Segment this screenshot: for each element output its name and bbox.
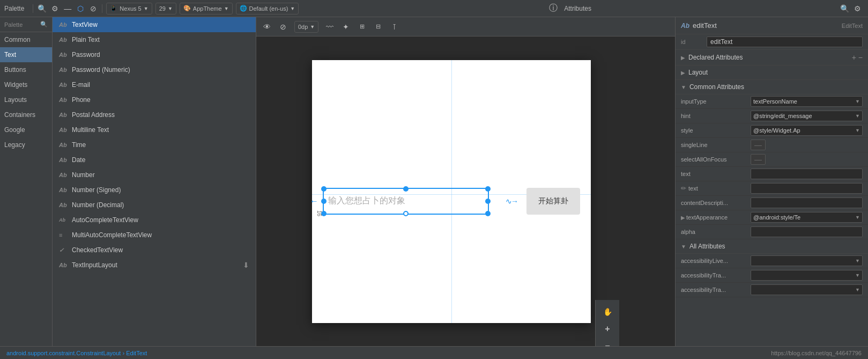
main-area: Palette 🔍 Common Text Buttons Widgets La… [0, 17, 868, 346]
handle-top-left[interactable] [321, 186, 327, 192]
pencil-icon: ✏ [681, 185, 686, 192]
inputtype-dropdown[interactable]: textPersonName ▼ [751, 96, 863, 107]
style-dropdown[interactable]: @style/Widget.Ap ▼ [751, 125, 863, 136]
list-item-postal[interactable]: Ab Postal Address [53, 107, 256, 122]
triangle-right-icon: ▶ [681, 55, 685, 61]
sidebar-item-containers[interactable]: Containers [0, 107, 52, 122]
list-item-textview[interactable]: Ab TextView [53, 17, 256, 32]
handle-right-center[interactable] [485, 199, 491, 204]
ab-icon: Ab [59, 157, 69, 163]
attr-settings-icon[interactable]: ⚙ [851, 2, 864, 15]
text-input-1[interactable] [751, 168, 863, 179]
list-item-multiauto[interactable]: ≡ MultiAutoCompleteTextView [53, 228, 256, 243]
constraint-left-arrow: ← [310, 196, 318, 206]
declared-attributes-section[interactable]: ▶ Declared Attributes + − [676, 50, 868, 65]
id-label: id [681, 39, 702, 45]
list-item-number-signed[interactable]: Ab Number (Signed) [53, 182, 256, 197]
zoom-out-icon[interactable]: − [600, 339, 615, 346]
attr-value-singleline: — [751, 140, 863, 150]
list-item-password[interactable]: Ab Password [53, 47, 256, 62]
list-item-label: Multiline Text [72, 126, 109, 134]
hint-dropdown[interactable]: @string/edit_message ▼ [751, 111, 863, 121]
attr-name-text-1: text [681, 171, 751, 177]
attr-name-style: style [681, 127, 751, 134]
list-item-autocomplete[interactable]: Ab AutoCompleteTextView [53, 213, 256, 228]
api-dropdown[interactable]: 29 ▼ [155, 3, 176, 14]
accesstra2-dropdown[interactable]: ▼ [751, 284, 863, 295]
align-icon[interactable]: ⊟ [372, 20, 384, 33]
attr-row-style: style @style/Widget.Ap ▼ [676, 123, 868, 138]
list-item-phone[interactable]: Ab Phone [53, 92, 256, 107]
sidebar-item-buttons[interactable]: Buttons [0, 62, 52, 77]
attr-name-accesstra2: accessibilityTra... [681, 287, 751, 293]
handle-top-center[interactable] [403, 186, 409, 192]
attr-search-icon[interactable]: 🔍 [838, 2, 851, 15]
selectallfocus-dash[interactable]: — [751, 154, 766, 165]
sidebar-item-text[interactable]: Text [0, 47, 52, 62]
sidebar-item-google[interactable]: Google [0, 122, 52, 137]
breadcrumb-current[interactable]: EditText [126, 350, 147, 356]
pack-icon[interactable]: ⊞ [355, 20, 368, 33]
sidebar-item-legacy[interactable]: Legacy [0, 137, 52, 152]
attr-row-accesstra2: accessibilityTra... ▼ [676, 283, 868, 297]
handle-bottom-right[interactable] [485, 211, 491, 216]
contentdesc-input[interactable] [751, 197, 863, 208]
list-item-date[interactable]: Ab Date [53, 152, 256, 167]
theme-dropdown[interactable]: 🎨 AppTheme ▼ [180, 3, 233, 14]
locale-dropdown[interactable]: 🌐 Default (en-us) ▼ [236, 3, 299, 14]
dp-dropdown[interactable]: 0dp ▼ [294, 21, 318, 33]
accesstra1-dropdown[interactable]: ▼ [751, 270, 863, 281]
add-attribute-icon[interactable]: + [852, 53, 856, 62]
common-attributes-section[interactable]: ▼ Common Attributes [676, 80, 868, 94]
guidelines-icon[interactable]: ⊺ [388, 20, 400, 33]
list-item-plain-text[interactable]: Ab Plain Text [53, 32, 256, 47]
all-attributes-section[interactable]: ▼ All Attributes [676, 239, 868, 254]
alpha-input[interactable] [751, 226, 863, 237]
magic-icon[interactable]: ✦ [339, 20, 352, 33]
sidebar-item-widgets[interactable]: Widgets [0, 77, 52, 92]
sidebar-item-layouts[interactable]: Layouts [0, 92, 52, 107]
layout-section[interactable]: ▶ Layout [676, 65, 868, 80]
sidebar-item-common[interactable]: Common [0, 32, 52, 47]
component-list: Ab TextView Ab Plain Text Ab Password Ab… [53, 17, 256, 346]
remove-attribute-icon[interactable]: − [858, 53, 863, 62]
attr-value-text-2 [751, 183, 863, 194]
textappearance-dropdown[interactable]: @android:style/Te ▼ [751, 212, 863, 223]
handle-bottom-center[interactable] [403, 211, 409, 216]
accesslive-dropdown[interactable]: ▼ [751, 255, 863, 266]
list-item-number[interactable]: Ab Number [53, 167, 256, 182]
path-icon[interactable]: 〰 [323, 20, 336, 33]
list-item-email[interactable]: Ab E-mail [53, 77, 256, 92]
attr-name-textappearance: ▶textAppearance [681, 214, 751, 221]
common-attributes-title: Common Attributes [689, 83, 744, 91]
minimize-icon[interactable]: — [61, 2, 74, 15]
singleline-dash[interactable]: — [751, 140, 766, 150]
eye-icon[interactable]: 👁 [261, 20, 273, 33]
text-input-2[interactable] [751, 183, 863, 194]
ab-icon: Ab [59, 172, 69, 178]
list-item-multiline[interactable]: Ab Multiline Text [53, 122, 256, 137]
design-mode-icon[interactable]: ⬡ [74, 2, 87, 15]
list-item-number-decimal[interactable]: Ab Number (Decimal) [53, 197, 256, 213]
settings-icon[interactable]: ⚙ [48, 2, 61, 15]
toolbar-separator-2 [102, 4, 102, 13]
chevron-down-icon: ▼ [855, 273, 860, 278]
blueprint-icon[interactable]: ⊘ [87, 2, 100, 15]
search-icon[interactable]: 🔍 [35, 2, 48, 15]
pan-tool-icon[interactable]: ✋ [600, 304, 615, 319]
handle-top-right[interactable] [485, 186, 491, 192]
id-value-input[interactable] [707, 36, 863, 47]
handle-left-center[interactable] [321, 199, 327, 204]
list-item-checked[interactable]: ✓ CheckedTextView [53, 243, 256, 258]
no-constraints-icon[interactable]: ⊘ [277, 20, 290, 33]
device-dropdown[interactable]: 📱 Nexus 5 ▼ [106, 3, 152, 14]
help-icon[interactable]: ⓘ [547, 2, 560, 15]
palette-search-icon[interactable]: 🔍 [40, 21, 48, 28]
breadcrumb-parent[interactable]: android.support.constraint.ConstraintLay… [6, 350, 121, 356]
list-item-password-numeric[interactable]: Ab Password (Numeric) [53, 62, 256, 77]
edittext-widget[interactable]: 输入您想占卜的对象 ← ∿→ [323, 188, 489, 215]
zoom-in-icon[interactable]: + [600, 321, 615, 336]
list-item-time[interactable]: Ab Time [53, 137, 256, 152]
button-widget[interactable]: 开始算卦 [526, 188, 580, 215]
list-item-textinputlayout[interactable]: Ab TextInputLayout ⬇ [53, 258, 256, 273]
